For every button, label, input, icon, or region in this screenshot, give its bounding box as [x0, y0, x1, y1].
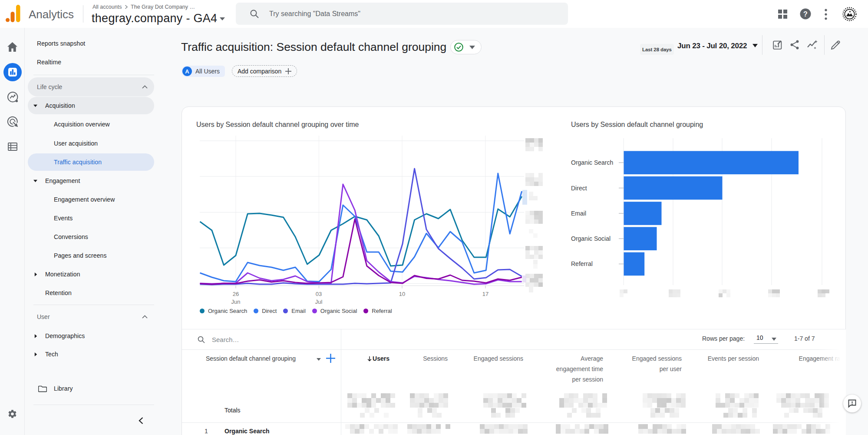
svg-text:?: ?	[803, 10, 808, 18]
